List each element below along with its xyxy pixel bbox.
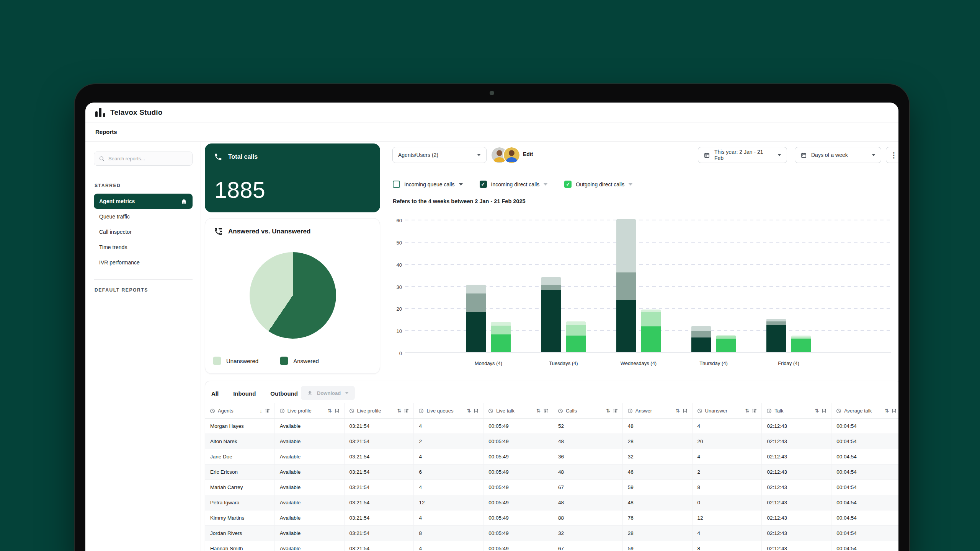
- download-icon: [307, 390, 313, 396]
- column-header-average-talk[interactable]: Average talk⇅: [831, 403, 898, 418]
- bar-incoming-direct-calls[interactable]: [541, 277, 561, 352]
- filter-outgoing-direct-calls[interactable]: ✓Outgoing direct calls: [564, 181, 632, 188]
- bar-outgoing-direct-calls[interactable]: [791, 336, 811, 352]
- table-cell: 20: [693, 434, 762, 449]
- table-cell: 59: [623, 541, 693, 551]
- reports-nav[interactable]: Reports: [85, 122, 898, 142]
- bar-segment: [466, 293, 486, 312]
- table-cell: 4: [414, 419, 483, 434]
- sort-both-icon[interactable]: ⇅: [467, 408, 471, 414]
- bar-incoming-direct-calls[interactable]: [616, 219, 636, 352]
- sort-both-icon[interactable]: ⇅: [536, 408, 541, 414]
- column-header-label: Calls: [566, 408, 577, 414]
- bar-incoming-direct-calls[interactable]: [466, 285, 486, 352]
- bar-chart: 0102030405060Mondays (4)Tuesdays (4)Wedn…: [387, 220, 898, 373]
- sidebar: Search reports... STARREDAgent metricsQu…: [94, 152, 193, 298]
- checkbox-checked-icon[interactable]: ✓: [480, 181, 487, 188]
- bar-outgoing-direct-calls[interactable]: [716, 335, 736, 352]
- bar-segment: [541, 285, 561, 290]
- filter-columns-icon: [613, 408, 618, 413]
- x-axis-line: [405, 352, 891, 353]
- checkbox-unchecked-icon[interactable]: [393, 181, 400, 188]
- table-cell: 4: [693, 419, 762, 434]
- sort-both-icon[interactable]: ⇅: [745, 408, 749, 414]
- table-row: Eric EricsonAvailable03:21:54600:05:4948…: [205, 465, 898, 480]
- sort-both-icon[interactable]: ⇅: [328, 408, 332, 414]
- table-cell: 46: [623, 465, 693, 479]
- sort-desc-icon[interactable]: ↓: [260, 408, 262, 414]
- bar-outgoing-direct-calls[interactable]: [491, 322, 511, 352]
- bar-segment: [466, 312, 486, 352]
- table-cell: 03:21:54: [345, 434, 414, 449]
- app-title: Telavox Studio: [110, 108, 163, 117]
- sort-both-icon[interactable]: ⇅: [397, 408, 401, 414]
- table-row: Morgan HayesAvailable03:21:54400:05:4952…: [205, 419, 898, 434]
- bar-outgoing-direct-calls[interactable]: [641, 310, 661, 352]
- table-cell: Morgan Hayes: [205, 419, 275, 434]
- date-range-select[interactable]: This year: 2 Jan - 21 Feb: [698, 147, 787, 163]
- legend-swatch: [213, 357, 221, 365]
- table-row: Jordan RiversAvailable03:21:54800:05:493…: [205, 526, 898, 541]
- sort-both-icon[interactable]: ⇅: [885, 408, 889, 414]
- sort-both-icon[interactable]: ⇅: [606, 408, 610, 414]
- column-header-label: Live queues: [426, 408, 453, 414]
- search-icon: [99, 156, 105, 162]
- column-header-calls[interactable]: Calls⇅: [553, 403, 623, 418]
- table-cell: 48: [553, 495, 623, 510]
- bar-segment: [641, 326, 661, 352]
- table-cell: 03:21:54: [345, 526, 414, 541]
- agents-select[interactable]: Agents/Users (2): [392, 147, 487, 163]
- column-header-live-talk[interactable]: Live talk⇅: [483, 403, 553, 418]
- tab-outbound[interactable]: Outbound: [270, 390, 298, 397]
- column-header-answer[interactable]: Answer⇅: [623, 403, 693, 418]
- sort-both-icon[interactable]: ⇅: [676, 408, 680, 414]
- column-header-label: Live profile: [287, 408, 312, 414]
- chevron-down-icon: [345, 392, 349, 394]
- total-calls-card: Total calls 1885: [205, 143, 380, 212]
- sidebar-item-queue-traffic[interactable]: Queue traffic: [94, 209, 193, 224]
- selected-agents-avatars: [491, 147, 520, 164]
- grouping-select-value: Days of a week: [811, 152, 867, 158]
- edit-button[interactable]: Edit: [523, 151, 533, 157]
- column-header-agents[interactable]: Agents↓: [205, 403, 275, 418]
- call-log-icon: [214, 227, 223, 236]
- sidebar-item-agent-metrics[interactable]: Agent metrics: [94, 194, 193, 209]
- bar-incoming-direct-calls[interactable]: [691, 326, 711, 352]
- filter-incoming-queue-calls[interactable]: Incoming queue calls: [393, 181, 463, 188]
- sidebar-item-time-trends[interactable]: Time trends: [94, 240, 193, 255]
- table-cell: 00:04:54: [831, 449, 898, 464]
- filter-incoming-direct-calls[interactable]: ✓Incoming direct calls: [480, 181, 548, 188]
- table-cell: 36: [553, 449, 623, 464]
- total-calls-value: 1885: [214, 177, 265, 203]
- grouping-select[interactable]: Days of a week: [795, 147, 881, 163]
- table-cell: 00:04:54: [831, 465, 898, 479]
- filter-columns-icon: [543, 408, 548, 413]
- sort-both-icon[interactable]: ⇅: [815, 408, 819, 414]
- tab-inbound[interactable]: Inbound: [233, 390, 256, 397]
- bar-outgoing-direct-calls[interactable]: [566, 321, 586, 352]
- bar-segment: [566, 325, 586, 336]
- column-header-live-profile[interactable]: Live profile⇅: [345, 403, 414, 418]
- download-button[interactable]: Download: [301, 386, 355, 400]
- chevron-down-icon: [629, 183, 632, 186]
- search-input[interactable]: Search reports...: [94, 152, 193, 166]
- tab-all[interactable]: All: [211, 390, 219, 397]
- bar-segment: [466, 285, 486, 293]
- bar-incoming-direct-calls[interactable]: [766, 319, 786, 352]
- column-header-live-queues[interactable]: Live queues⇅: [414, 403, 483, 418]
- clock-icon: [627, 408, 633, 414]
- table-cell: 67: [553, 480, 623, 495]
- table-cell: 02:12:43: [762, 449, 831, 464]
- y-axis-tick-label: 50: [387, 240, 402, 246]
- more-options-button[interactable]: ⋮: [886, 147, 898, 163]
- column-header-talk[interactable]: Talk⇅: [762, 403, 831, 418]
- column-header-unanswer[interactable]: Unanswer⇅: [693, 403, 762, 418]
- bar-segment: [616, 300, 636, 352]
- sidebar-item-call-inspector[interactable]: Call inspector: [94, 224, 193, 240]
- column-header-label: Live talk: [496, 408, 514, 414]
- sidebar-item-ivr-performance[interactable]: IVR performance: [94, 255, 193, 270]
- checkbox-checked-icon[interactable]: ✓: [564, 181, 572, 188]
- filter-columns-icon: [752, 408, 757, 413]
- x-axis-category-label: Wednesdays (4): [596, 360, 681, 366]
- column-header-live-profile[interactable]: Live profile⇅: [275, 403, 345, 418]
